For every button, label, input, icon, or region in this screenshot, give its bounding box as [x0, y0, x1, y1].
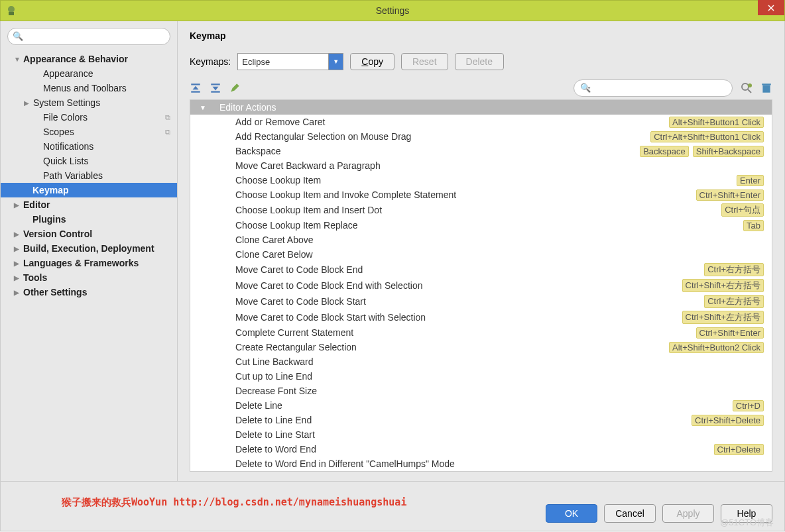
- sidebar-item[interactable]: ▶Other Settings: [1, 285, 177, 299]
- chevron-icon: ▶: [14, 245, 22, 252]
- sidebar-item-label: Plugins: [32, 214, 66, 225]
- action-row[interactable]: Decrease Font Size: [190, 384, 772, 398]
- cancel-button[interactable]: Cancel: [604, 504, 656, 523]
- sidebar-item-label: Appearance & Behavior: [23, 54, 128, 64]
- action-row[interactable]: Move Caret to Code Block StartCtrl+左方括号: [190, 293, 772, 309]
- ok-button[interactable]: OK: [546, 504, 597, 523]
- shortcut-badge: Ctrl+Shift+Enter: [696, 189, 764, 201]
- search-icon: 🔍: [13, 31, 23, 41]
- action-name: Cut Line Backward: [235, 356, 764, 367]
- action-row[interactable]: Delete LineCtrl+D: [190, 398, 772, 413]
- action-row[interactable]: Delete to Line Start: [190, 427, 772, 442]
- action-row[interactable]: Clone Caret Below: [190, 247, 772, 262]
- window-title: Settings: [376, 5, 410, 16]
- action-list[interactable]: ▼ Editor Actions Add or Remove CaretAlt+…: [190, 99, 772, 472]
- action-name: Move Caret to Code Block Start: [235, 296, 704, 307]
- shortcut-badge: Shift+Backspace: [693, 146, 764, 157]
- action-name: Clone Caret Below: [235, 249, 764, 260]
- sidebar-item[interactable]: ▶Version Control: [1, 227, 177, 241]
- sidebar-item-label: Notifications: [43, 141, 93, 152]
- main-area: 🔍 ▼Appearance & BehaviorAppearanceMenus …: [0, 21, 785, 482]
- find-by-shortcut-icon[interactable]: [741, 82, 753, 94]
- close-button[interactable]: [758, 0, 784, 15]
- sidebar-item[interactable]: File Colors⧉: [1, 110, 177, 125]
- sidebar-item[interactable]: ▼Appearance & Behavior: [1, 52, 177, 66]
- sidebar-item[interactable]: Appearance: [1, 66, 177, 81]
- content-panel: Keymap Keymaps: ▼ CCopyopy Reset Delete: [178, 21, 784, 481]
- action-row[interactable]: Delete to Line EndCtrl+Shift+Delete: [190, 413, 772, 427]
- keymaps-label: Keymaps:: [190, 56, 231, 67]
- sidebar-item-label: Version Control: [23, 229, 92, 239]
- sidebar-item-label: Build, Execution, Deployment: [23, 243, 154, 254]
- action-name: Move Caret to Code Block End with Select…: [235, 280, 682, 291]
- action-row[interactable]: Choose Lookup Item and Insert DotCtrl+句点: [190, 202, 772, 218]
- sidebar-item[interactable]: Menus and Toolbars: [1, 81, 177, 95]
- keymaps-dropdown-button[interactable]: ▼: [329, 53, 343, 70]
- shortcut-badge: Alt+Shift+Button1 Click: [669, 117, 764, 128]
- copy-icon: ⧉: [165, 128, 170, 136]
- sidebar-search-input[interactable]: [7, 28, 170, 45]
- sidebar-item[interactable]: ▶Languages & Frameworks: [1, 256, 177, 270]
- keymaps-value[interactable]: [237, 53, 329, 70]
- page-title: Keymap: [190, 30, 772, 41]
- action-row[interactable]: Delete to Word StartCtrl+Backspace: [190, 471, 772, 472]
- svg-rect-5: [211, 91, 220, 93]
- action-search-input[interactable]: [574, 80, 733, 97]
- action-row[interactable]: Move Caret to Code Block Start with Sele…: [190, 309, 772, 325]
- action-row[interactable]: Move Caret to Code Block EndCtrl+右方括号: [190, 262, 772, 278]
- sidebar-item[interactable]: Quick Lists: [1, 154, 177, 168]
- svg-rect-3: [191, 91, 200, 93]
- sidebar-item-label: Menus and Toolbars: [43, 83, 127, 93]
- shortcut-badge: Ctrl+Shift+Delete: [692, 415, 764, 426]
- action-row[interactable]: Complete Current StatementCtrl+Shift+Ent…: [190, 325, 772, 340]
- action-name: Clone Caret Above: [235, 235, 764, 245]
- sidebar-item[interactable]: Path Variables: [1, 168, 177, 183]
- shortcut-badge: Ctrl+Delete: [714, 444, 764, 455]
- action-row[interactable]: Delete to Word End in Different "CamelHu…: [190, 456, 772, 471]
- action-name: Complete Current Statement: [235, 327, 696, 338]
- delete-button[interactable]: Delete: [455, 53, 504, 70]
- edit-icon[interactable]: [229, 82, 241, 94]
- action-row[interactable]: Move Caret Backward a Paragraph: [190, 158, 772, 173]
- sidebar-item[interactable]: Scopes⧉: [1, 125, 177, 139]
- action-row[interactable]: Choose Lookup Item ReplaceTab: [190, 218, 772, 233]
- chevron-icon: ▶: [24, 99, 32, 107]
- sidebar-item[interactable]: Plugins: [1, 212, 177, 227]
- action-row[interactable]: Clone Caret Above: [190, 233, 772, 247]
- sidebar-item-label: Quick Lists: [43, 156, 88, 166]
- action-row[interactable]: Add or Remove CaretAlt+Shift+Button1 Cli…: [190, 115, 772, 129]
- sidebar-item[interactable]: Keymap: [1, 183, 177, 197]
- action-row[interactable]: Create Rectangular SelectionAlt+Shift+Bu…: [190, 340, 772, 354]
- shortcut-badge: Ctrl+Shift+Enter: [696, 327, 764, 339]
- sidebar-item-label: Other Settings: [23, 287, 87, 297]
- action-name: Delete Line: [235, 400, 733, 411]
- apply-button[interactable]: Apply: [662, 504, 714, 523]
- sidebar-item[interactable]: ▶Editor: [1, 197, 177, 212]
- copy-icon: ⧉: [165, 113, 170, 122]
- sidebar-item[interactable]: ▶System Settings: [1, 95, 177, 110]
- action-row[interactable]: Delete to Word EndCtrl+Delete: [190, 442, 772, 456]
- action-row[interactable]: Choose Lookup Item and Invoke Complete S…: [190, 187, 772, 202]
- shortcut-badge: Alt+Shift+Button2 Click: [669, 342, 764, 353]
- action-row[interactable]: Move Caret to Code Block End with Select…: [190, 278, 772, 293]
- collapse-all-icon[interactable]: [210, 82, 221, 94]
- action-row[interactable]: Choose Lookup ItemEnter: [190, 173, 772, 187]
- sidebar-item[interactable]: ▶Tools: [1, 270, 177, 285]
- sidebar-item[interactable]: Notifications: [1, 139, 177, 154]
- action-row[interactable]: BackspaceBackspaceShift+Backspace: [190, 144, 772, 158]
- action-row[interactable]: Cut Line Backward: [190, 354, 772, 369]
- sidebar: 🔍 ▼Appearance & BehaviorAppearanceMenus …: [1, 21, 178, 481]
- sidebar-item[interactable]: ▶Build, Execution, Deployment: [1, 241, 177, 256]
- svg-rect-2: [191, 83, 200, 85]
- copy-button[interactable]: CCopyopy: [350, 53, 394, 70]
- action-row[interactable]: Cut up to Line End: [190, 369, 772, 384]
- shortcut-badge: Ctrl+Alt+Shift+Button1 Click: [650, 131, 764, 142]
- action-name: Decrease Font Size: [235, 386, 764, 396]
- expand-all-icon[interactable]: [190, 82, 202, 94]
- trash-icon[interactable]: [760, 82, 772, 94]
- reset-button[interactable]: Reset: [401, 53, 448, 70]
- action-name: Delete to Word End in Different "CamelHu…: [235, 458, 764, 469]
- group-header[interactable]: ▼ Editor Actions: [190, 100, 772, 115]
- action-row[interactable]: Add Rectangular Selection on Mouse DragC…: [190, 129, 772, 144]
- shortcut-badge: Ctrl+D: [733, 400, 764, 411]
